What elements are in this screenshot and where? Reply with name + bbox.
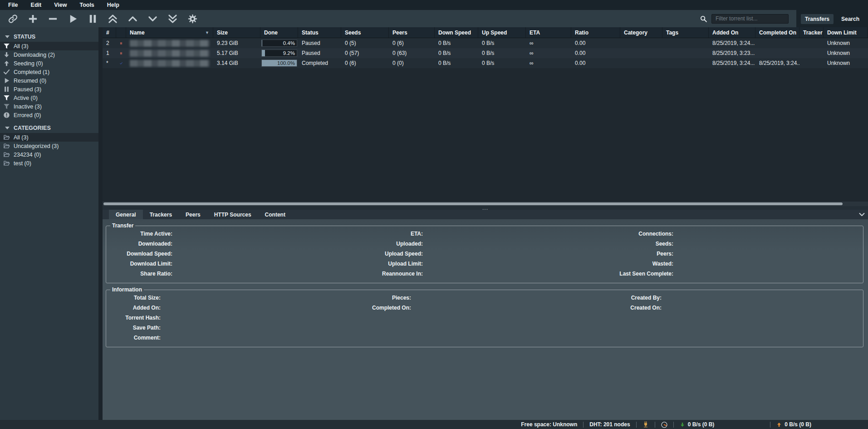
sidebar-item-status-seeding-0[interactable]: Seeding (0): [0, 59, 98, 68]
pause-icon: [3, 86, 10, 93]
field-label-seeds: Seeds:: [610, 239, 673, 249]
sidebar-item-status-active-0[interactable]: Active (0): [0, 94, 98, 102]
alt-speed-limits-icon[interactable]: [655, 421, 673, 428]
col-header-category[interactable]: Category: [620, 27, 662, 38]
arrow-down-icon: [680, 422, 685, 428]
connection-status-icon[interactable]: [637, 421, 655, 428]
options-button[interactable]: [182, 11, 202, 26]
gear-icon: [187, 14, 198, 24]
col-header-label: Seeds: [345, 30, 361, 36]
cell-down_limit: Unknown: [824, 38, 868, 48]
tab-peers[interactable]: Peers: [179, 210, 207, 219]
sidebar-item-status-inactive-3[interactable]: Inactive (3): [0, 102, 98, 111]
scrollbar-thumb[interactable]: [103, 202, 843, 205]
global-download-speed[interactable]: 0 B/s (0 B): [674, 421, 721, 428]
cell-status: Paused: [298, 38, 341, 48]
sidebar-item-status-resumed-0[interactable]: Resumed (0): [0, 76, 98, 85]
arrow-up-icon: [3, 60, 10, 67]
sidebar-item-categories-all-3[interactable]: All (3): [0, 133, 98, 142]
progress-fill: [262, 40, 262, 46]
tab-general[interactable]: General: [109, 210, 143, 219]
field-label-uploaded: Uploaded:: [359, 239, 423, 249]
move-top-button[interactable]: [103, 11, 123, 26]
sidebar-item-label: Seeding (0): [14, 60, 43, 67]
cell-down_limit: Unknown: [824, 48, 868, 58]
col-header-completed-on[interactable]: Completed On: [755, 27, 799, 38]
field-label-eta: ETA:: [359, 229, 423, 239]
delete-torrent-button[interactable]: [43, 11, 63, 26]
menu-file[interactable]: File: [2, 1, 25, 9]
sidebar-item-status-completed-1[interactable]: Completed (1): [0, 68, 98, 76]
panel-collapse-icon[interactable]: [858, 211, 865, 218]
horizontal-scrollbar[interactable]: [103, 202, 868, 206]
sidebar-item-status-errored-0[interactable]: Errored (0): [0, 111, 98, 119]
progress-fill: [262, 50, 265, 56]
col-header-down-speed[interactable]: Down Speed: [435, 27, 478, 38]
cell-eta: ∞: [526, 38, 571, 48]
panel-splitter[interactable]: ...: [103, 206, 868, 210]
torrent-row[interactable]: *3.14 GiB100.0%Completed0 (6)0 (0)0 B/s0…: [103, 58, 868, 68]
search-icon: [700, 15, 707, 23]
field-label-downloaded: Downloaded:: [109, 239, 172, 249]
menu-tools[interactable]: Tools: [73, 1, 100, 9]
view-switcher: TransfersSearch: [796, 0, 868, 27]
progress-label: 100.0%: [277, 60, 295, 66]
col-header-down-limit[interactable]: Down Limit: [824, 27, 868, 38]
global-upload-speed[interactable]: 0 B/s (0 B): [770, 421, 817, 428]
menu-view[interactable]: View: [48, 1, 73, 9]
col-header-done[interactable]: Done: [260, 27, 298, 38]
sidebar-item-status-paused-3[interactable]: Paused (3): [0, 85, 98, 94]
col-header-up-speed[interactable]: Up Speed: [478, 27, 526, 38]
sidebar-header-status[interactable]: STATUS: [0, 32, 98, 42]
menu-edit[interactable]: Edit: [25, 1, 48, 9]
col-header-status[interactable]: Status: [298, 27, 341, 38]
cell-done: 0.4%: [260, 38, 298, 48]
menu-help[interactable]: Help: [101, 1, 126, 9]
torrent-row[interactable]: 15.17 GiB9.2%Paused0 (57)0 (63)0 B/s0 B/…: [103, 48, 868, 58]
splitter-handle[interactable]: ...: [482, 207, 488, 209]
sidebar-item-status-downloading-2[interactable]: Downloading (2): [0, 50, 98, 59]
col-header-size[interactable]: Size: [213, 27, 260, 38]
pause-button[interactable]: [83, 11, 103, 26]
sidebar-item-categories-uncategorized-3[interactable]: Uncategorized (3): [0, 142, 98, 150]
add-torrent-file-button[interactable]: [23, 11, 43, 26]
add-torrent-link-button[interactable]: [3, 11, 23, 26]
cell-eta: ∞: [526, 48, 571, 58]
tab-http-sources[interactable]: HTTP Sources: [207, 210, 258, 219]
move-up-button[interactable]: [123, 11, 142, 26]
tab-content[interactable]: Content: [258, 210, 292, 219]
folder-icon: [3, 160, 10, 167]
torrent-name-redacted: [130, 50, 210, 57]
section-column: Pieces:Completed On:: [359, 293, 610, 343]
col-header-seeds[interactable]: Seeds: [341, 27, 389, 38]
col-header-state[interactable]: [116, 27, 126, 38]
cell-done: 100.0%: [260, 58, 298, 68]
sidebar-item-status-all-3[interactable]: All (3): [0, 42, 98, 50]
col-header-peers[interactable]: Peers: [389, 27, 435, 38]
cell-ratio: 0.00: [571, 48, 620, 58]
col-header-name[interactable]: Name▼: [126, 27, 213, 38]
sidebar-header-categories[interactable]: CATEGORIES: [0, 123, 98, 133]
col-header-label: Tracker: [803, 30, 823, 36]
filter-input[interactable]: [711, 14, 789, 24]
col-header-added-on[interactable]: Added On: [709, 27, 755, 38]
cell-name: [126, 38, 213, 48]
col-header-[interactable]: #: [103, 27, 116, 38]
torrent-row[interactable]: 29.23 GiB0.4%Paused0 (5)0 (6)0 B/s0 B/s∞…: [103, 38, 868, 48]
view-tab-transfers[interactable]: Transfers: [801, 14, 834, 24]
cell-completed_on: 8/25/2019, 3:24...: [755, 58, 799, 68]
move-down-button[interactable]: [142, 11, 162, 26]
move-bottom-button[interactable]: [162, 11, 182, 26]
view-tab-search[interactable]: Search: [837, 14, 863, 24]
sidebar-item-categories-test-0[interactable]: test (0): [0, 159, 98, 168]
col-header-eta[interactable]: ETA: [526, 27, 571, 38]
resume-button[interactable]: [63, 11, 83, 26]
tab-trackers[interactable]: Trackers: [143, 210, 179, 219]
plus-icon: [28, 14, 38, 24]
col-header-tags[interactable]: Tags: [662, 27, 709, 38]
field-label-completed-on: Completed On:: [359, 303, 411, 313]
sidebar-item-categories-234234-0[interactable]: 234234 (0): [0, 150, 98, 159]
col-header-ratio[interactable]: Ratio: [571, 27, 620, 38]
col-header-label: Name: [130, 30, 145, 36]
col-header-tracker[interactable]: Tracker: [799, 27, 824, 38]
